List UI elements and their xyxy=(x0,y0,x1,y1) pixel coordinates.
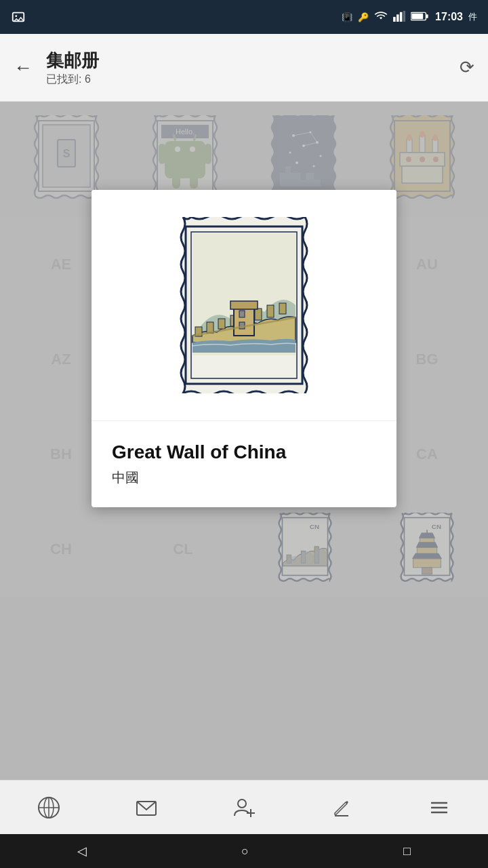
modal-overlay: CN xyxy=(0,102,488,780)
system-nav-bar: ◁ ○ □ xyxy=(0,834,488,868)
key-icon: 🔑 xyxy=(358,12,369,22)
title-block: 集邮册 已找到: 6 xyxy=(46,49,460,87)
svg-rect-70 xyxy=(218,319,225,329)
svg-rect-75 xyxy=(279,303,286,314)
edit-nav[interactable] xyxy=(321,787,362,828)
svg-rect-8 xyxy=(411,13,423,18)
globe-nav[interactable] xyxy=(28,787,69,828)
cn-great-wall-stamp: CN xyxy=(169,217,319,393)
battery-icon xyxy=(411,11,430,24)
svg-rect-73 xyxy=(255,309,262,320)
home-button[interactable]: ○ xyxy=(241,844,249,859)
status-right: 📳 🔑 17:03 件 xyxy=(342,11,477,24)
svg-rect-5 xyxy=(403,11,405,22)
svg-rect-7 xyxy=(426,14,428,18)
photo-icon xyxy=(11,9,26,24)
vibrate-icon: 📳 xyxy=(342,12,352,22)
add-person-nav[interactable] xyxy=(224,787,264,828)
modal-title: Great Wall of China xyxy=(112,441,376,463)
svg-rect-4 xyxy=(400,12,403,21)
svg-rect-74 xyxy=(267,305,274,317)
recent-button[interactable]: □ xyxy=(403,844,411,859)
main-area: S Hello. xyxy=(0,102,488,780)
modal-card[interactable]: CN xyxy=(92,190,396,507)
svg-point-85 xyxy=(238,800,246,808)
svg-rect-78 xyxy=(239,311,245,317)
status-bar: 📳 🔑 17:03 件 xyxy=(0,0,488,34)
menu-nav[interactable] xyxy=(419,787,460,828)
svg-rect-2 xyxy=(393,16,396,21)
page-title: 集邮册 xyxy=(46,49,460,73)
modal-stamp-area: CN xyxy=(92,190,396,421)
modal-subtitle: 中國 xyxy=(112,469,376,487)
wifi-icon xyxy=(374,11,388,24)
mail-nav[interactable] xyxy=(126,787,167,828)
time-display: 17:03 xyxy=(435,11,463,23)
svg-rect-77 xyxy=(230,301,258,309)
signal-icon xyxy=(393,11,405,24)
svg-rect-3 xyxy=(396,14,399,22)
status-left xyxy=(11,9,26,24)
bottom-nav xyxy=(0,780,488,834)
modal-info-area: Great Wall of China 中國 xyxy=(92,421,396,507)
back-system-button[interactable]: ◁ xyxy=(77,844,87,859)
back-button[interactable]: ← xyxy=(14,57,33,79)
found-count: 已找到: 6 xyxy=(46,73,460,87)
top-bar: ← 集邮册 已找到: 6 ⟳ xyxy=(0,34,488,102)
refresh-button[interactable]: ⟳ xyxy=(460,57,474,78)
svg-point-1 xyxy=(15,15,17,17)
extra-icon: 件 xyxy=(468,11,477,23)
